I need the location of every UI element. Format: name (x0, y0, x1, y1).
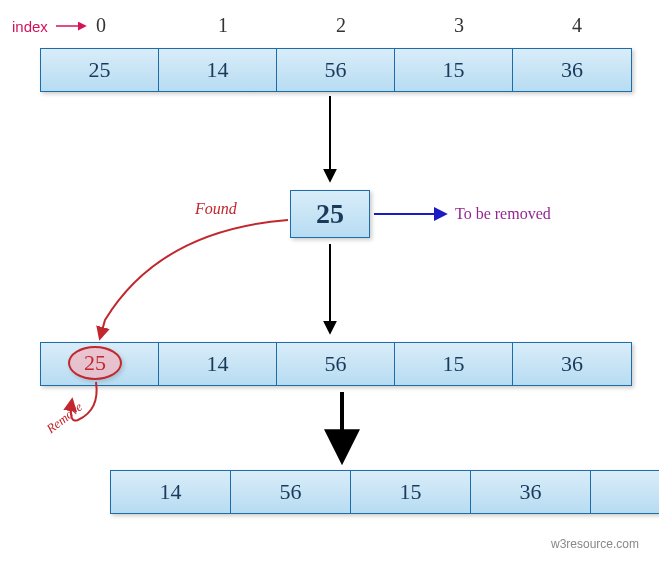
cell-initial-0: 25 (41, 49, 159, 91)
remove-label: Remove (43, 399, 85, 437)
index-4: 4 (572, 14, 582, 37)
index-label: index (12, 18, 48, 35)
cell-hl-2: 56 (277, 343, 395, 385)
found-highlight: 25 (68, 346, 122, 380)
to-be-removed-label: To be removed (455, 205, 551, 223)
cell-final-3: 36 (471, 471, 591, 513)
index-1: 1 (218, 14, 228, 37)
array-initial: 25 14 56 15 36 (40, 48, 632, 92)
cell-hl-4: 36 (513, 343, 631, 385)
cell-initial-2: 56 (277, 49, 395, 91)
array-final: 14 56 15 36 (110, 470, 659, 514)
highlight-value: 25 (84, 350, 106, 376)
index-2: 2 (336, 14, 346, 37)
diagram-canvas: index 0 1 2 3 4 25 14 56 15 36 25 To be … (0, 0, 659, 561)
index-3: 3 (454, 14, 464, 37)
cell-initial-1: 14 (159, 49, 277, 91)
target-value: 25 (316, 198, 344, 230)
index-0: 0 (96, 14, 106, 37)
array-with-highlight: 14 56 15 36 (40, 342, 632, 386)
cell-final-1: 56 (231, 471, 351, 513)
arrow-found (100, 220, 288, 338)
cell-final-2: 15 (351, 471, 471, 513)
cell-final-0: 14 (111, 471, 231, 513)
cell-initial-4: 36 (513, 49, 631, 91)
cell-initial-3: 15 (395, 49, 513, 91)
cell-hl-1: 14 (159, 343, 277, 385)
found-label: Found (195, 200, 237, 218)
watermark: w3resource.com (551, 537, 639, 551)
cell-hl-3: 15 (395, 343, 513, 385)
target-value-box: 25 (290, 190, 370, 238)
cell-final-4 (591, 471, 659, 513)
